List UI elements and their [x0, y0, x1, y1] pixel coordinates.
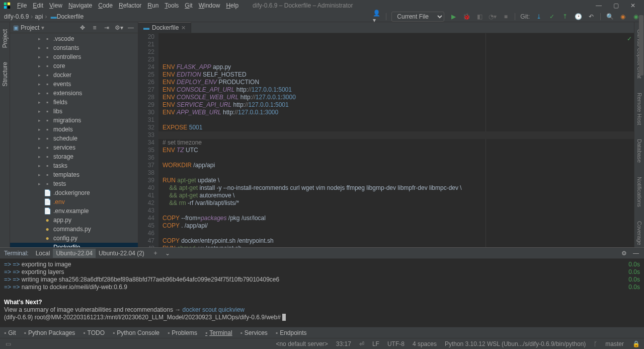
menu-help[interactable]: Help: [223, 1, 242, 11]
bottom-tool-endpoints[interactable]: ▪Endpoints: [276, 329, 307, 336]
hide-icon[interactable]: —: [127, 24, 135, 32]
terminal-label: Terminal:: [4, 250, 29, 257]
select-opened-icon[interactable]: ✥: [78, 24, 87, 32]
status-indent[interactable]: 4 spaces: [413, 340, 437, 347]
terminal-body[interactable]: => => exporting to image0.0s=> => export…: [0, 259, 644, 327]
user-icon[interactable]: 👤▾: [373, 13, 381, 21]
status-position[interactable]: 33:17: [336, 340, 351, 347]
git-commit-icon[interactable]: ✓: [548, 13, 556, 21]
tab-dockerfile[interactable]: ▬ Dockerfile ✕: [138, 22, 191, 33]
debug-icon[interactable]: 🐞: [462, 13, 470, 21]
git-push-icon[interactable]: ⤒: [561, 13, 569, 21]
tree-item[interactable]: 📄.env: [10, 197, 138, 206]
status-sep[interactable]: LF: [372, 340, 379, 347]
profile-icon[interactable]: ◔▾: [489, 13, 497, 21]
run-config-select[interactable]: Current File: [391, 12, 444, 22]
tree-item[interactable]: ▸▪docker: [10, 71, 138, 80]
folder-icon: ▣: [13, 24, 19, 31]
menu-refactor[interactable]: Refactor: [116, 1, 144, 11]
terminal-tab[interactable]: Ubuntu-22.04: [53, 249, 96, 258]
run-icon[interactable]: ▶: [449, 13, 457, 21]
tree-item[interactable]: ▸▪services: [10, 143, 138, 152]
tree-item[interactable]: ●app.py: [10, 216, 138, 225]
tree-item[interactable]: ▸▪.vscode: [10, 34, 138, 43]
status-encoding[interactable]: UTF-8: [387, 340, 405, 347]
inspection-ok-icon[interactable]: ✓: [627, 35, 632, 43]
tree-item[interactable]: ▸▪tasks: [10, 161, 138, 170]
svg-rect-1: [4, 3, 7, 5]
tree-item[interactable]: ●commands.py: [10, 225, 138, 234]
menu-run[interactable]: Run: [144, 1, 162, 11]
tree-item[interactable]: ▬Dockerfile: [10, 243, 138, 247]
bottom-tool-terminal[interactable]: ▪Terminal: [205, 329, 232, 336]
collapse-icon[interactable]: ⇥: [103, 24, 111, 32]
window-title: dify-0.6.9 – Dockerfile – Administrator: [253, 2, 353, 9]
breadcrumb-part[interactable]: Dockerfile: [57, 13, 84, 20]
maximize-icon[interactable]: ▢: [612, 2, 620, 10]
tree-item[interactable]: 📄.env.example: [10, 206, 138, 216]
bottom-tool-git[interactable]: ▪Git: [4, 329, 16, 336]
menu-navigate[interactable]: Navigate: [65, 1, 95, 11]
bottom-tool-services[interactable]: ▪Services: [240, 329, 268, 336]
status-interpreter[interactable]: Python 3.10.12 WSL (Ubun.../s/dify-0.6.9…: [445, 340, 586, 347]
stop-icon[interactable]: ■: [502, 13, 510, 21]
menu-view[interactable]: View: [46, 1, 65, 11]
tree-item[interactable]: ▸▪models: [10, 125, 138, 134]
status-branch[interactable]: master: [605, 340, 624, 347]
terminal-tab[interactable]: Ubuntu-22.04 (2): [96, 249, 147, 258]
status-run-icon[interactable]: ▭: [4, 340, 12, 348]
code-lines[interactable]: ✓ ENV FLASK_APP app.pyENV EDITION SELF_H…: [158, 33, 634, 247]
app-logo: [3, 2, 11, 10]
tool-project[interactable]: Project: [1, 27, 10, 50]
tree-item[interactable]: ▸▪templates: [10, 170, 138, 179]
tab-close-icon[interactable]: ✕: [181, 25, 186, 31]
terminal-tab[interactable]: Local: [33, 249, 53, 258]
left-tool-gutter: Project Structure: [0, 22, 10, 247]
tree-item[interactable]: ▸▪schedule: [10, 134, 138, 143]
menu-edit[interactable]: Edit: [30, 1, 46, 11]
breadcrumb-part[interactable]: dify-0.6.9: [4, 13, 29, 20]
tree-item[interactable]: ▸▪constants: [10, 43, 138, 52]
project-sidebar: ▣ Project ▾ ✥ ≡ ⇥ ⚙▾ — ▸▪.vscode▸▪consta…: [10, 22, 138, 247]
close-icon[interactable]: ✕: [629, 2, 637, 10]
codewithme-icon[interactable]: ◉: [619, 13, 627, 21]
tree-item[interactable]: ▸▪libs: [10, 107, 138, 116]
git-update-icon[interactable]: ⤓: [535, 13, 543, 21]
project-tree[interactable]: ▸▪.vscode▸▪constants▸▪controllers▸▪core▸…: [10, 33, 138, 247]
tree-item[interactable]: ▸▪extensions: [10, 89, 138, 98]
status-branch-icon: ᚴ: [594, 340, 597, 347]
tree-item[interactable]: ▸▪tests: [10, 179, 138, 188]
terminal-dropdown-icon[interactable]: ⌄: [164, 249, 172, 257]
menu-git[interactable]: Git: [182, 1, 195, 11]
breadcrumb-part[interactable]: api: [35, 13, 43, 20]
tree-item[interactable]: ●config.py: [10, 234, 138, 243]
tree-item[interactable]: ▸▪events: [10, 80, 138, 89]
terminal-settings-icon[interactable]: ⚙: [620, 249, 628, 257]
menu-code[interactable]: Code: [95, 1, 116, 11]
search-icon[interactable]: 🔍: [606, 13, 614, 21]
menu-file[interactable]: File: [14, 1, 30, 11]
settings-icon[interactable]: ⚙▾: [115, 24, 123, 32]
menu-tools[interactable]: Tools: [162, 1, 182, 11]
bottom-tool-todo[interactable]: ▪TODO: [83, 329, 105, 336]
coverage-icon[interactable]: ◧: [475, 13, 484, 21]
menu-window[interactable]: Window: [196, 1, 223, 11]
tree-item[interactable]: ▸▪core: [10, 61, 138, 71]
tree-item[interactable]: 📄.dockerignore: [10, 188, 138, 197]
minimize-icon[interactable]: —: [595, 2, 603, 10]
tool-structure[interactable]: Structure: [1, 60, 10, 89]
tree-item[interactable]: ▸▪migrations: [10, 116, 138, 125]
tree-item[interactable]: ▸▪storage: [10, 152, 138, 161]
status-server[interactable]: <no default server>: [276, 340, 328, 347]
bottom-tool-problems[interactable]: ▪Problems: [168, 329, 197, 336]
expand-icon[interactable]: ≡: [91, 24, 99, 32]
bottom-tool-python-packages[interactable]: ▪Python Packages: [24, 329, 75, 336]
tree-item[interactable]: ▸▪fields: [10, 98, 138, 107]
git-history-icon[interactable]: 🕑: [574, 13, 582, 21]
tree-item[interactable]: ▸▪controllers: [10, 52, 138, 61]
code-area[interactable]: 2021222324252627282930313233343536373839…: [138, 33, 634, 247]
dropdown-icon[interactable]: ▾: [41, 24, 44, 31]
add-terminal-icon[interactable]: ＋: [151, 249, 159, 257]
bottom-tool-python-console[interactable]: ▪Python Console: [113, 329, 159, 336]
git-rollback-icon[interactable]: ↶: [587, 13, 595, 21]
